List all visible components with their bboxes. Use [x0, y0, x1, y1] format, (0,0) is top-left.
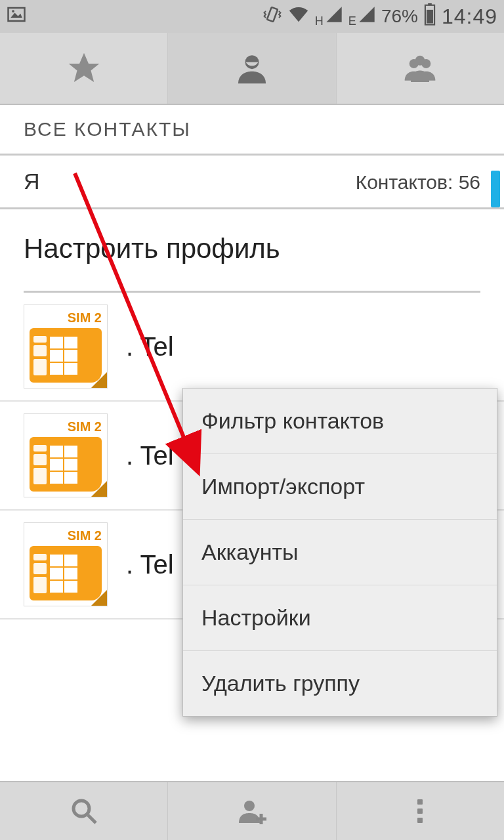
svg-marker-1 — [10, 12, 22, 18]
svg-line-15 — [88, 815, 96, 823]
menu-accounts[interactable]: Аккаунты — [183, 520, 497, 585]
me-label: Я — [24, 169, 40, 194]
svg-point-14 — [74, 801, 89, 816]
sim-label: SIM 2 — [30, 310, 102, 326]
sim-label: SIM 2 — [30, 528, 102, 543]
menu-settings[interactable]: Настройки — [183, 585, 497, 651]
signal-1-icon — [325, 5, 343, 28]
search-icon — [68, 795, 100, 827]
svg-marker-9 — [68, 53, 99, 82]
group-icon — [402, 50, 438, 87]
gallery-icon — [7, 5, 26, 29]
sim-icon: SIM 2 — [24, 304, 108, 388]
contact-name: . Tel — [126, 441, 174, 471]
overflow-icon — [417, 799, 423, 823]
svg-point-2 — [12, 10, 14, 12]
tab-groups[interactable] — [337, 33, 504, 104]
wifi-icon — [287, 3, 310, 30]
setup-profile-link[interactable]: Настроить профиль — [0, 209, 504, 291]
overflow-button[interactable] — [337, 782, 504, 840]
add-contact-button[interactable] — [168, 782, 336, 840]
signal-2-icon — [358, 5, 376, 28]
svg-point-10 — [245, 55, 259, 69]
svg-rect-8 — [427, 9, 433, 23]
tab-favorites[interactable] — [0, 33, 168, 104]
main-content: ВСЕ КОНТАКТЫ Я Контактов: 56 Настроить п… — [0, 105, 504, 781]
tab-contacts[interactable] — [168, 33, 336, 104]
section-header: ВСЕ КОНТАКТЫ — [0, 105, 504, 156]
sim-icon: SIM 2 — [24, 413, 108, 497]
svg-rect-7 — [428, 3, 432, 5]
search-button[interactable] — [0, 782, 168, 840]
svg-point-13 — [415, 56, 425, 66]
overflow-menu: Фильтр контактов Импорт/экспорт Аккаунты… — [182, 388, 497, 717]
contacts-count: Контактов: 56 — [356, 171, 480, 194]
menu-delete-group[interactable]: Удалить группу — [183, 651, 497, 716]
top-tab-bar — [0, 33, 504, 105]
contact-row[interactable]: SIM 2 . Tel — [0, 293, 504, 402]
contact-name: . Tel — [126, 332, 174, 362]
network-e-label: E — [348, 14, 356, 28]
sim-icon: SIM 2 — [24, 522, 108, 606]
status-bar: H E 76% 14:49 — [0, 0, 504, 33]
svg-rect-3 — [267, 7, 278, 21]
svg-point-16 — [244, 801, 255, 811]
person-icon — [234, 50, 270, 87]
vibrate-icon — [262, 5, 282, 29]
add-person-icon — [236, 795, 268, 827]
sim-label: SIM 2 — [30, 419, 102, 434]
menu-filter-contacts[interactable]: Фильтр контактов — [183, 388, 497, 454]
bottom-toolbar — [0, 781, 504, 840]
clock: 14:49 — [442, 5, 497, 29]
battery-text: 76% — [381, 6, 418, 27]
contact-name: . Tel — [126, 550, 174, 579]
star-icon — [66, 50, 102, 87]
scroll-indicator[interactable] — [491, 171, 500, 207]
network-h-label: H — [315, 14, 324, 28]
menu-import-export[interactable]: Импорт/экспорт — [183, 454, 497, 520]
svg-marker-4 — [326, 7, 341, 22]
svg-marker-5 — [359, 7, 374, 22]
me-row: Я Контактов: 56 — [0, 156, 504, 209]
battery-icon — [423, 3, 436, 30]
